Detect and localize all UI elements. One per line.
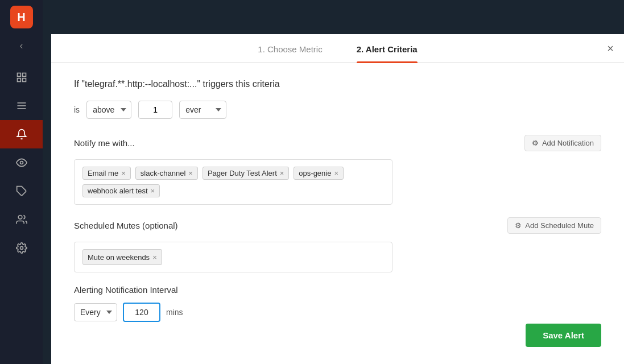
sidebar-logo: H: [10, 6, 33, 28]
criteria-title: If "telegraf.**.http:--localhost:..." tr…: [74, 79, 601, 89]
sidebar-item-puzzle[interactable]: [0, 177, 43, 205]
is-label: is: [74, 105, 80, 114]
modal-dialog: × 1. Choose Metric 2. Alert Criteria If …: [51, 34, 624, 364]
criteria-row: is above below equal ever always once: [74, 101, 601, 119]
interval-section-header: Alerting Notification Interval: [74, 285, 601, 295]
interval-section-title: Alerting Notification Interval: [74, 285, 178, 295]
sidebar: H ‹: [0, 0, 43, 364]
tag-email-me: Email me ×: [82, 167, 131, 180]
mutes-tags-box: Mute on weekends ×: [74, 242, 392, 272]
svg-rect-3: [22, 78, 26, 82]
gear-icon-mute: ⚙: [515, 221, 522, 230]
tag-pager-duty-label: Pager Duty Test Alert: [208, 169, 277, 177]
tag-mute-weekends-label: Mute on weekends: [88, 253, 150, 262]
tag-pager-duty: Pager Duty Test Alert ×: [203, 167, 289, 180]
threshold-input[interactable]: [138, 101, 172, 119]
condition-select[interactable]: above below equal: [86, 101, 131, 119]
svg-point-7: [20, 162, 23, 164]
interval-unit-label: mins: [166, 308, 183, 317]
add-mute-label: Add Scheduled Mute: [525, 221, 594, 230]
tag-webhook-alert-label: webhook alert test: [88, 187, 148, 195]
sidebar-item-users[interactable]: [0, 205, 43, 234]
tag-pager-duty-remove[interactable]: ×: [280, 169, 284, 177]
tag-slack-channel-label: slack-channel: [140, 169, 186, 177]
sidebar-item-dashboard[interactable]: [0, 63, 43, 92]
interval-frequency-select[interactable]: Every Once: [74, 303, 117, 321]
tag-webhook-alert-remove[interactable]: ×: [151, 187, 155, 195]
tab-alert-criteria[interactable]: 2. Alert Criteria: [357, 44, 418, 62]
interval-row: Every Once mins: [74, 303, 601, 322]
tag-ops-genie-remove[interactable]: ×: [334, 169, 338, 177]
tag-email-me-remove[interactable]: ×: [121, 169, 126, 177]
tag-webhook-alert: webhook alert test ×: [82, 184, 160, 197]
tab-choose-metric[interactable]: 1. Choose Metric: [258, 44, 322, 62]
tag-ops-genie: ops-genie ×: [294, 167, 344, 180]
gear-icon: ⚙: [532, 139, 539, 147]
svg-rect-2: [17, 78, 20, 82]
sidebar-item-alerts[interactable]: [0, 120, 43, 148]
add-notification-btn[interactable]: ⚙ Add Notification: [524, 135, 601, 151]
notify-section-header: Notify me with... ⚙ Add Notification: [74, 135, 601, 151]
sidebar-item-list[interactable]: [0, 92, 43, 120]
mutes-section-header: Scheduled Mutes (optional) ⚙ Add Schedul…: [74, 217, 601, 234]
modal-body: If "telegraf.**.http:--localhost:..." tr…: [51, 63, 624, 324]
notify-tags-box: Email me × slack-channel × Pager Duty Te…: [74, 159, 392, 205]
tag-email-me-label: Email me: [88, 169, 118, 177]
tag-slack-channel-remove[interactable]: ×: [188, 169, 193, 177]
tag-mute-weekends: Mute on weekends ×: [82, 249, 162, 265]
sidebar-item-eye[interactable]: [0, 148, 43, 177]
tag-ops-genie-label: ops-genie: [299, 169, 331, 177]
tag-slack-channel: slack-channel ×: [135, 167, 198, 180]
save-alert-btn[interactable]: Save Alert: [526, 324, 601, 347]
sidebar-collapse-btn[interactable]: ‹: [20, 40, 23, 52]
svg-point-9: [18, 216, 22, 220]
tag-mute-weekends-remove[interactable]: ×: [152, 254, 157, 261]
mutes-section-title: Scheduled Mutes (optional): [74, 221, 178, 230]
modal-footer: Save Alert: [51, 324, 624, 364]
sidebar-item-settings[interactable]: [0, 234, 43, 262]
svg-point-10: [20, 247, 23, 250]
svg-rect-1: [22, 73, 26, 77]
interval-value-input[interactable]: [123, 303, 160, 322]
notify-section-title: Notify me with...: [74, 138, 135, 148]
modal-tabs: 1. Choose Metric 2. Alert Criteria: [51, 34, 624, 63]
frequency-select[interactable]: ever always once: [179, 101, 226, 119]
svg-rect-0: [17, 73, 20, 77]
add-notification-label: Add Notification: [542, 139, 594, 147]
add-mute-btn[interactable]: ⚙ Add Scheduled Mute: [507, 217, 601, 234]
